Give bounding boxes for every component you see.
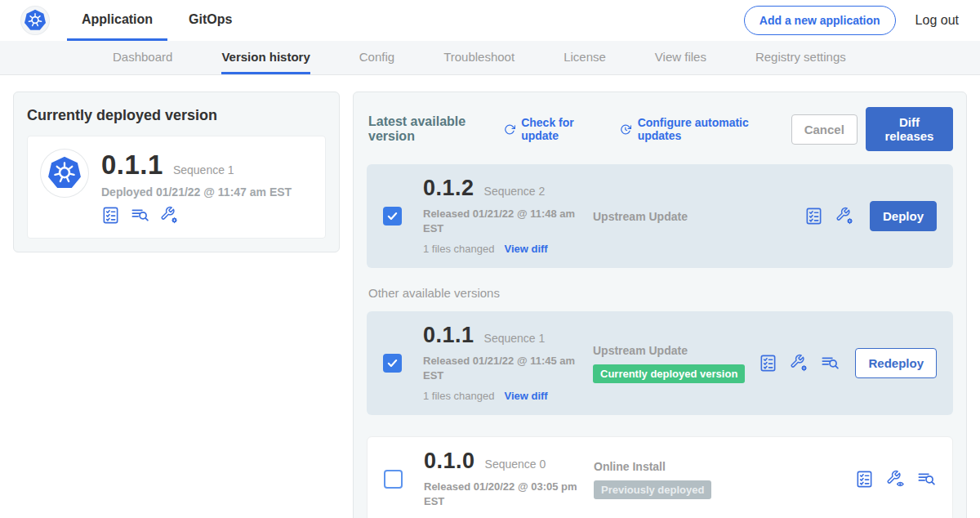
logout-link[interactable]: Log out bbox=[915, 13, 959, 28]
configure-updates-label: Configure automatic updates bbox=[638, 116, 770, 142]
wrench-gear-icon[interactable] bbox=[160, 206, 179, 225]
subnav-view-files[interactable]: View files bbox=[655, 41, 706, 74]
configure-updates-link[interactable]: Configure automatic updates bbox=[620, 116, 769, 142]
subnav-license[interactable]: License bbox=[564, 41, 606, 74]
version-source-label: Upstream Update bbox=[593, 344, 759, 357]
view-diff-link[interactable]: View diff bbox=[504, 243, 547, 255]
cancel-button[interactable]: Cancel bbox=[791, 114, 858, 145]
subnav-version-history[interactable]: Version history bbox=[221, 41, 310, 74]
deployed-timestamp: Deployed 01/21/22 @ 11:47 am EST bbox=[101, 185, 292, 199]
top-tabs: Application GitOps bbox=[67, 0, 247, 41]
wrench-gear-icon[interactable] bbox=[835, 207, 854, 226]
tab-application[interactable]: Application bbox=[67, 0, 167, 41]
deployed-sequence-label: Sequence 1 bbox=[173, 163, 234, 176]
lines-search-icon[interactable] bbox=[821, 354, 840, 373]
released-timestamp: Released 01/20/22 @ 03:05 pm EST bbox=[424, 480, 579, 508]
top-bar: Application GitOps Add a new application… bbox=[0, 0, 980, 41]
version-checkbox[interactable] bbox=[383, 354, 402, 373]
currently-deployed-panel: Currently deployed version 0.1.1 Sequenc… bbox=[13, 92, 340, 252]
version-number: 0.1.2 bbox=[423, 177, 474, 199]
deployed-version-card: 0.1.1 Sequence 1 Deployed 01/21/22 @ 11:… bbox=[27, 136, 326, 239]
add-application-button[interactable]: Add a new application bbox=[744, 6, 896, 35]
app-kubernetes-logo-icon bbox=[41, 150, 88, 197]
main-content: Currently deployed version 0.1.1 Sequenc… bbox=[0, 75, 980, 518]
wrench-gear-icon[interactable] bbox=[790, 354, 808, 373]
check-icon bbox=[386, 210, 399, 222]
subnav-registry-settings[interactable]: Registry settings bbox=[755, 41, 846, 74]
version-card-0-1-1: 0.1.1 Sequence 1 Released 01/21/22 @ 11:… bbox=[367, 311, 953, 415]
files-changed-label: 1 files changed bbox=[423, 243, 494, 255]
other-versions-label: Other available versions bbox=[368, 286, 953, 300]
lines-search-icon[interactable] bbox=[917, 470, 936, 489]
view-diff-link[interactable]: View diff bbox=[504, 390, 547, 402]
subnav-troubleshoot[interactable]: Troubleshoot bbox=[443, 41, 514, 74]
tab-gitops-label: GitOps bbox=[189, 12, 232, 27]
available-versions-panel: Latest available version Check for updat… bbox=[353, 92, 967, 518]
check-for-update-link[interactable]: Check for update bbox=[504, 116, 599, 142]
refresh-clock-icon bbox=[620, 123, 631, 136]
version-number: 0.1.0 bbox=[424, 450, 475, 472]
tab-application-label: Application bbox=[82, 12, 153, 27]
check-for-update-label: Check for update bbox=[521, 116, 599, 142]
subnav-dashboard[interactable]: Dashboard bbox=[113, 41, 172, 74]
kubernetes-logo-icon bbox=[21, 7, 49, 34]
version-checkbox[interactable] bbox=[383, 207, 402, 226]
deploy-button[interactable]: Deploy bbox=[870, 201, 937, 231]
deployed-panel-title: Currently deployed version bbox=[27, 107, 326, 124]
version-card-0-1-2: 0.1.2 Sequence 2 Released 01/21/22 @ 11:… bbox=[367, 164, 953, 268]
sequence-label: Sequence 1 bbox=[484, 332, 546, 345]
subnav-config[interactable]: Config bbox=[359, 41, 394, 74]
available-panel-title: Latest available version bbox=[368, 114, 492, 144]
released-timestamp: Released 01/21/22 @ 11:45 am EST bbox=[423, 354, 578, 382]
checklist-icon[interactable] bbox=[101, 206, 120, 225]
sequence-label: Sequence 0 bbox=[485, 458, 546, 471]
deployed-version-number: 0.1.1 bbox=[101, 151, 163, 178]
version-source-label: Upstream Update bbox=[593, 210, 804, 223]
app-subnav: Dashboard Version history Config Trouble… bbox=[0, 41, 980, 75]
checklist-icon[interactable] bbox=[804, 207, 823, 226]
wrench-eye-icon[interactable] bbox=[886, 470, 905, 489]
version-source-label: Online Install bbox=[594, 460, 855, 473]
lines-search-icon[interactable] bbox=[131, 206, 149, 225]
currently-deployed-badge: Currently deployed version bbox=[593, 364, 745, 383]
previously-deployed-badge: Previously deployed bbox=[594, 480, 711, 499]
tab-gitops[interactable]: GitOps bbox=[174, 0, 247, 41]
checklist-icon[interactable] bbox=[855, 470, 874, 489]
sequence-label: Sequence 2 bbox=[484, 185, 546, 198]
checklist-icon[interactable] bbox=[759, 354, 777, 373]
files-changed-label: 1 files changed bbox=[423, 390, 494, 402]
version-card-0-1-0: 0.1.0 Sequence 0 Released 01/20/22 @ 03:… bbox=[367, 436, 953, 518]
diff-releases-button[interactable]: Diff releases bbox=[866, 107, 953, 151]
check-icon bbox=[386, 357, 399, 369]
redeploy-button[interactable]: Redeploy bbox=[855, 348, 937, 378]
released-timestamp: Released 01/21/22 @ 11:48 am EST bbox=[423, 207, 578, 235]
version-checkbox[interactable] bbox=[384, 470, 403, 489]
refresh-icon bbox=[504, 123, 515, 136]
version-number: 0.1.1 bbox=[423, 324, 474, 346]
